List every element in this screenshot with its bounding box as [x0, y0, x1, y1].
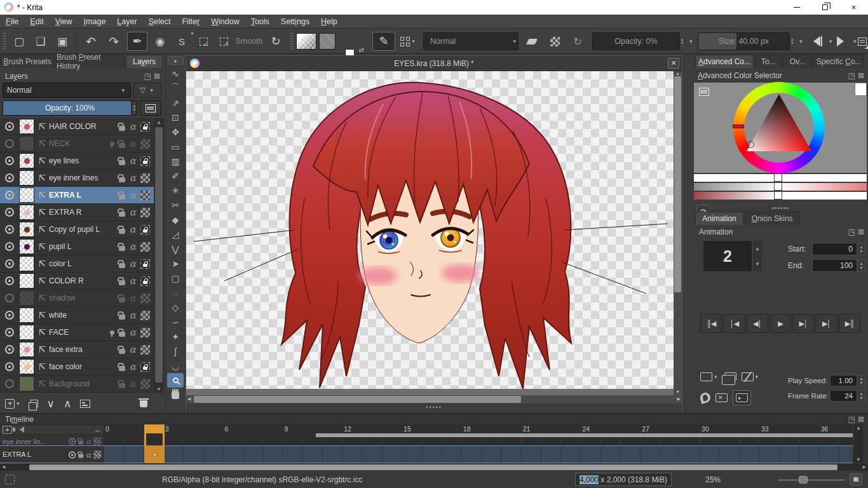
mirror-vertical-button[interactable]	[835, 32, 853, 51]
frame-rate-spinner[interactable]: ▲▼	[857, 390, 865, 402]
menu-window[interactable]: Window	[205, 15, 245, 28]
workspace-chooser-button[interactable]	[858, 32, 867, 51]
selection-mode-icon[interactable]	[5, 475, 15, 484]
layer-visibility-icon[interactable]	[5, 173, 14, 182]
canvas[interactable]	[186, 71, 682, 395]
splitter-handle[interactable]: •••••	[186, 403, 682, 413]
layer-row-shadow[interactable]: shadowα	[0, 290, 154, 307]
layer-visibility-icon[interactable]	[5, 156, 14, 165]
alpha-lock-icon[interactable]: α	[130, 311, 136, 320]
layer-row-face-extra[interactable]: face extraα	[0, 341, 154, 358]
layer-properties-button[interactable]	[80, 400, 90, 408]
keyframe-cell[interactable]	[144, 445, 165, 463]
prev-frame-button[interactable]: ◀│	[747, 314, 768, 333]
layer-visibility-icon[interactable]	[5, 242, 14, 251]
inherit-alpha-icon[interactable]	[140, 362, 150, 372]
rect-select-tool[interactable]: ▢	[167, 271, 184, 285]
mirror-horizontal-dropdown[interactable]: ▾	[827, 32, 834, 50]
inherit-alpha-icon[interactable]	[140, 328, 150, 337]
timeline-row-eye-inner-lines[interactable]: eye inner lin... α	[0, 437, 104, 445]
scroll-right-icon[interactable]: ▶	[863, 464, 866, 470]
close-button[interactable]: ×	[839, 0, 868, 15]
reload-preset-button[interactable]: ↻	[568, 32, 587, 51]
mirror-horizontal-button[interactable]	[808, 32, 827, 51]
current-frame-field[interactable]: 2	[703, 240, 752, 272]
eraser-mode-button[interactable]	[522, 32, 541, 51]
menu-select[interactable]: Select	[143, 15, 177, 28]
layer-row-extra-r[interactable]: EXTRA Rα	[0, 204, 154, 221]
lock-icon[interactable]	[119, 315, 125, 320]
measure-tool[interactable]: ✂	[167, 198, 184, 212]
lock-icon[interactable]	[119, 332, 125, 337]
next-keyframe-button[interactable]: ▶│	[815, 314, 837, 333]
lock-icon[interactable]	[78, 454, 83, 458]
layer-row-white[interactable]: whiteα	[0, 307, 154, 324]
canvas-vertical-scrollbar[interactable]: ▲ ▼	[674, 71, 682, 395]
layer-row-face[interactable]: FACEα	[0, 324, 154, 341]
lock-icon[interactable]	[119, 297, 125, 302]
smart-patch-tool[interactable]: ✳	[167, 183, 184, 198]
layer-visibility-icon[interactable]	[5, 362, 14, 371]
scroll-up-icon[interactable]: ▲	[154, 118, 164, 126]
close-document-button[interactable]: ✕	[668, 58, 679, 69]
close-docker-icon[interactable]: ⊠	[858, 71, 864, 80]
toolbar-grip[interactable]	[3, 33, 6, 50]
pattern-swatch[interactable]	[319, 32, 336, 51]
prev-keyframe-button[interactable]: │◀	[723, 314, 745, 333]
inherit-alpha-icon[interactable]	[140, 191, 150, 200]
color-sampler-tool[interactable]: ✐	[167, 168, 184, 183]
alpha-lock-icon[interactable]: α	[130, 345, 136, 354]
layer-row-copy-of-pupil-l[interactable]: Copy of pupil Lα	[0, 221, 154, 238]
lock-icon[interactable]	[78, 440, 83, 444]
layer-visibility-icon[interactable]	[5, 259, 14, 268]
end-field[interactable]: 100	[812, 259, 857, 272]
alpha-lock-icon[interactable]: α	[130, 328, 136, 337]
onion-skins-button[interactable]	[700, 393, 710, 403]
inherit-alpha-icon[interactable]	[140, 173, 150, 183]
size-slider[interactable]: Size: 40.00 px	[698, 32, 790, 50]
minimize-button[interactable]	[782, 0, 811, 15]
inherit-alpha-icon[interactable]	[140, 242, 150, 252]
alpha-lock-icon[interactable]: α	[130, 294, 136, 302]
layer-visibility-icon[interactable]	[5, 345, 14, 354]
alpha-lock-icon[interactable]: α	[130, 208, 136, 217]
lock-icon[interactable]	[119, 349, 125, 354]
layer-blend-mode-dropdown[interactable]: Normal▾	[3, 83, 131, 98]
timeline-vertical-scrollbar[interactable]: ▲ ▼	[854, 424, 863, 463]
alpha-lock-icon[interactable]: α	[130, 379, 136, 388]
lock-icon[interactable]	[119, 366, 125, 371]
shade-strip-2[interactable]	[694, 183, 867, 191]
scrollbar-thumb[interactable]	[674, 76, 681, 292]
end-spinner[interactable]: ▲▼	[857, 259, 865, 272]
menu-edit[interactable]: Edit	[24, 15, 50, 28]
smoothing-mode-label[interactable]: Smooth	[235, 32, 263, 51]
alpha-lock-icon[interactable]: α	[130, 276, 136, 285]
frame-rate-field[interactable]: 24	[830, 390, 857, 402]
magnetic-select-tool[interactable]: ◡	[167, 358, 184, 373]
copy-frame-button[interactable]	[724, 372, 736, 381]
timeline-grid[interactable]: 0369121518212427303336	[104, 424, 853, 463]
duplicate-layer-button[interactable]	[31, 400, 38, 407]
opacity-dropdown[interactable]: ▾	[688, 32, 695, 50]
swap-colors-icon[interactable]: ⇄	[359, 46, 364, 53]
lock-icon[interactable]	[119, 263, 125, 268]
inherit-alpha-icon[interactable]	[140, 122, 150, 132]
layer-visibility-icon[interactable]	[5, 122, 14, 131]
lock-icon[interactable]	[119, 212, 125, 217]
polyline-tool[interactable]: ⋁	[167, 241, 184, 256]
resize-dots[interactable]: ••••••	[693, 205, 868, 212]
scroll-left-icon[interactable]: ◀	[2, 464, 5, 470]
tab-advanced-co-[interactable]: Advanced Co...	[695, 55, 754, 68]
timeline-grid-row-1[interactable]	[104, 437, 853, 445]
remove-frame-button[interactable]: ▾	[742, 372, 761, 381]
layer-visibility-icon[interactable]	[5, 225, 14, 234]
menu-file[interactable]: File	[0, 15, 24, 28]
close-docker-icon[interactable]: ⊠	[858, 227, 864, 236]
timeline-row-extra-l[interactable]: EXTRA L α	[0, 445, 104, 463]
inherit-alpha-icon[interactable]	[140, 294, 150, 303]
inherit-alpha-icon[interactable]	[140, 156, 150, 166]
polygon-select-tool[interactable]: ◇	[167, 300, 184, 315]
zoom-slider-knob[interactable]	[799, 476, 808, 484]
blend-mode-dropdown[interactable]: Normal▾	[423, 32, 519, 50]
fit-zoom-button[interactable]	[850, 473, 862, 485]
